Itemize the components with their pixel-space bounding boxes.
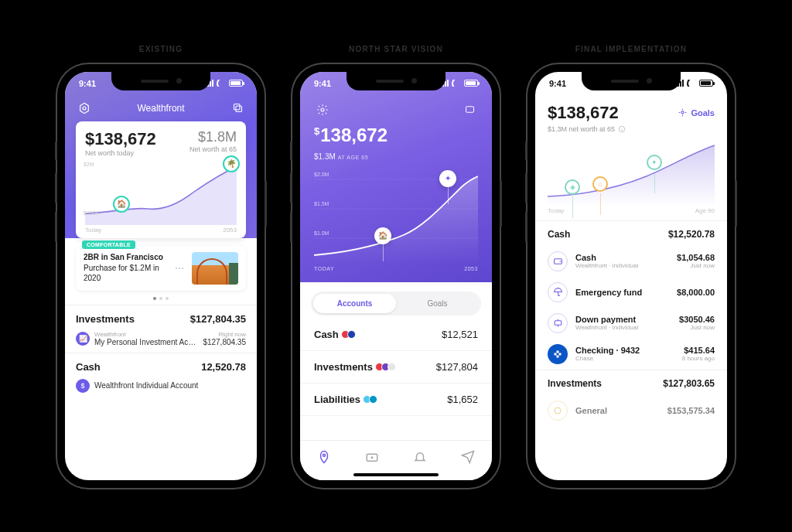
umbrella-icon <box>548 282 568 302</box>
account-row[interactable]: Emergency fund $8,000.00 <box>535 277 727 308</box>
phone-final: 9:41 $138,672 Goals $1.3M net worth at 6 <box>527 64 735 488</box>
chart-x-right: 2053 <box>464 266 478 271</box>
tab-goals[interactable]: Goals <box>396 294 479 313</box>
account-updated: Right now <box>203 331 246 338</box>
svg-rect-18 <box>557 355 559 357</box>
tab-accounts-icon[interactable] <box>364 449 380 465</box>
app-title: Wealthfront <box>137 103 184 114</box>
svg-rect-3 <box>234 104 240 111</box>
institution-icon: 📈 <box>76 332 90 346</box>
row-liabilities[interactable]: Liabilities $1,652 <box>300 384 492 416</box>
column-label: EXISTING <box>139 45 183 53</box>
net-worth-projection: $1.3M net worth at 65 <box>548 125 715 133</box>
battery-icon <box>464 80 478 87</box>
tab-accounts[interactable]: Accounts <box>313 294 396 313</box>
account-institution: Wealthfront <box>94 331 196 338</box>
svg-rect-2 <box>236 106 242 112</box>
tab-home-icon[interactable] <box>316 449 332 465</box>
more-icon[interactable]: ⋯ <box>175 263 184 274</box>
column-label: FINAL IMPLEMENTATION <box>575 45 688 53</box>
net-worth-projection: $1.3MAT AGE 65 <box>314 152 478 161</box>
status-time: 9:41 <box>79 79 96 88</box>
section-value: 12,520.78 <box>201 361 246 373</box>
tab-send-icon[interactable] <box>460 449 476 465</box>
svg-rect-5 <box>466 107 473 113</box>
settings-icon[interactable] <box>314 101 331 118</box>
account-value: $127,804.35 <box>203 338 246 346</box>
section-investments[interactable]: Investments $127,804.35 📈 Wealthfront My… <box>65 305 257 353</box>
account-row[interactable]: General $153,575.34 <box>535 395 727 426</box>
goal-marker-home-icon[interactable]: ⌂ <box>592 176 608 192</box>
status-time: 9:41 <box>549 79 566 88</box>
goal-image <box>192 252 238 285</box>
tab-bar <box>300 440 492 480</box>
home-indicator <box>353 473 439 476</box>
chart-x-right: 2053 <box>223 227 237 234</box>
goal-marker-target-icon[interactable]: ✦ <box>439 170 456 187</box>
account-row[interactable]: CashWealthfront · Individual $1,054.68Ju… <box>535 246 727 277</box>
projection-chart[interactable]: ◈ ⌂ ✦ <box>548 141 715 207</box>
segmented-control[interactable]: Accounts Goals <box>311 292 481 315</box>
account-row[interactable]: Down paymentWealthfront · Individual $30… <box>535 308 727 339</box>
goal-card[interactable]: COMFORTABLE 2BR in San Francisco Purchas… <box>76 246 246 291</box>
svg-rect-17 <box>559 353 562 355</box>
net-worth-today: $138,672 <box>85 129 156 149</box>
section-cash[interactable]: Cash 12,520.78 $ Wealthfront Individual … <box>65 353 257 399</box>
projection-chart[interactable]: $2M $100K 🏠 🌴 <box>85 160 237 225</box>
goal-status-badge: COMFORTABLE <box>82 240 135 249</box>
card-icon[interactable] <box>461 101 478 118</box>
goal-marker-tag-icon[interactable]: ◈ <box>565 179 580 195</box>
info-icon[interactable] <box>618 125 626 133</box>
projection-chart[interactable]: $2.0M $1.5M $1.0M 🏠 ✦ <box>314 164 478 264</box>
institution-icon: $ <box>76 379 90 393</box>
net-worth-future: $1.8M <box>189 129 237 145</box>
section-cash[interactable]: Cash$12,520.78 <box>535 220 727 246</box>
wifi-icon <box>687 80 696 87</box>
chart-x-right: Age 90 <box>695 207 715 214</box>
copy-icon[interactable] <box>229 100 246 117</box>
section-title: Cash <box>76 361 101 373</box>
general-icon <box>548 401 568 421</box>
tab-notifications-icon[interactable] <box>412 449 428 465</box>
battery-icon <box>229 80 243 87</box>
goal-title: 2BR in San Francisco <box>84 252 167 263</box>
row-cash[interactable]: Cash $12,521 <box>300 319 492 351</box>
svg-point-1 <box>83 107 86 110</box>
goals-button[interactable]: Goals <box>678 107 715 118</box>
section-investments[interactable]: Investments$127,803.65 <box>535 370 727 395</box>
provider-badges <box>343 330 356 339</box>
net-worth-today-label: Net worth today <box>85 149 156 157</box>
net-worth-amount: $138,672 <box>314 124 478 146</box>
chase-icon <box>548 344 568 364</box>
svg-point-4 <box>321 108 324 111</box>
goal-marker-target-icon[interactable]: ✦ <box>647 155 662 170</box>
svg-point-12 <box>681 111 684 114</box>
battery-icon <box>699 80 713 87</box>
goal-marker-home-icon[interactable]: 🏠 <box>374 227 391 244</box>
chart-x-left: TODAY <box>314 266 334 271</box>
svg-point-11 <box>371 457 373 459</box>
net-worth-future-label: Net worth at 65 <box>189 145 237 153</box>
svg-rect-16 <box>557 350 559 353</box>
phone-existing: 9:41 Wealthfront <box>57 64 265 488</box>
goal-marker-retire-icon[interactable]: 🌴 <box>223 155 240 172</box>
page-dots[interactable] <box>65 297 257 300</box>
provider-badges <box>365 395 377 404</box>
account-name: My Personal Investment Ac… <box>94 338 196 346</box>
account-name: Wealthfront Individual Account <box>94 381 198 390</box>
status-time: 9:41 <box>314 79 331 88</box>
wallet-icon <box>548 251 568 271</box>
section-value: $127,804.35 <box>190 313 246 325</box>
payment-icon <box>548 313 568 333</box>
svg-marker-0 <box>80 103 89 113</box>
svg-point-20 <box>555 408 561 414</box>
section-title: Investments <box>76 313 135 325</box>
goal-marker-home-icon[interactable]: 🏠 <box>113 196 130 213</box>
column-label: NORTH STAR VISION <box>349 45 443 53</box>
row-investments[interactable]: Investments $127,804 <box>300 351 492 384</box>
settings-icon[interactable] <box>76 100 93 117</box>
net-worth-card[interactable]: $138,672 Net worth today $1.8M Net worth… <box>76 121 246 238</box>
account-row[interactable]: Checking · 9432Chase $415.648 hours ago <box>535 339 727 370</box>
provider-badges <box>377 363 396 371</box>
wifi-icon <box>217 80 226 87</box>
